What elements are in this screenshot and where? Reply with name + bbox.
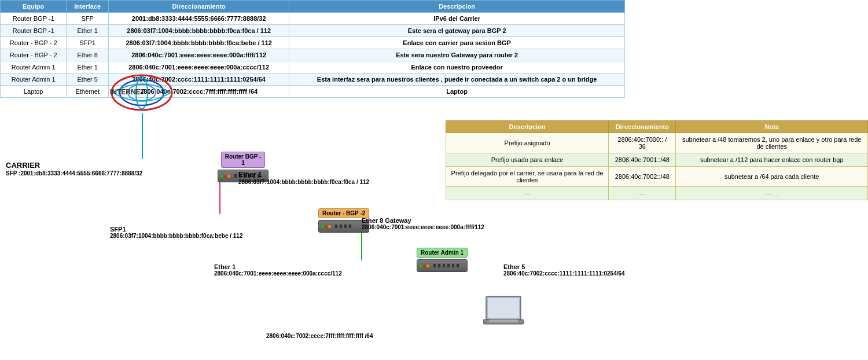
led2: [224, 175, 227, 178]
second-row-3-direccionamiento: —: [609, 187, 676, 200]
second-row-1-nota: subnetear a /112 para hacer enlace con r…: [676, 153, 868, 167]
laptop-addr-label: 2806:040c:7002:cccc:7fff:ffff:ffff:ffff …: [266, 333, 373, 339]
diagram: INTERNET CARRIER SFP :2001:db8:3333:4444…: [0, 0, 446, 360]
router-admin1-body: [417, 259, 468, 272]
second-row-2-direccionamiento: 2806:40c:7002::/48: [609, 167, 676, 187]
led3: [426, 265, 429, 267]
router-bgp2-leds: [321, 225, 331, 228]
port5: [451, 263, 455, 268]
second-table-section: Descripcion Direccionamiento Nota Prefij…: [446, 120, 868, 200]
router-admin1-label: Router Admin 1: [417, 248, 468, 258]
port3: [442, 263, 446, 268]
col2-direccionamiento: Direccionamiento: [609, 121, 676, 133]
ether1-bgp1-label: Ether 1 2806:03f7:1004:bbbb:bbbb:bbbb:f0…: [238, 171, 369, 185]
laptop-svg: [483, 295, 529, 330]
port2: [339, 224, 343, 229]
router-bgp2-ports: [334, 224, 352, 229]
second-row-3-nota: — . .: [676, 187, 868, 200]
laptop-icon: [483, 295, 529, 331]
router-bgp1-label: Router BGP -1: [221, 152, 266, 168]
second-row-0-nota: subnetear a /48 tomaremos 2, uno para en…: [676, 133, 868, 153]
port2: [437, 263, 441, 268]
port1: [433, 263, 436, 268]
led3: [328, 225, 331, 228]
sfp1-bgp2-label: SFP1 2806:03f7:1004:bbbb:bbbb:bbbb:f0ca:…: [110, 226, 243, 239]
svg-rect-13: [488, 298, 519, 318]
ether1-admin-label: Ether 1 2806:040c:7001:eeee:eeee:eeee:00…: [214, 263, 342, 277]
port6: [456, 263, 459, 268]
internet-label: INTERNET: [110, 88, 145, 96]
port1: [234, 174, 237, 178]
port4: [348, 224, 352, 229]
carrier-sfp: SFP :2001:db8:3333:4444:5555:6666:7777:8…: [6, 170, 142, 177]
col2-descripcion: Descripcion: [446, 121, 609, 133]
router-admin1: Router Admin 1: [417, 248, 468, 272]
led2: [423, 265, 426, 267]
second-table: Descripcion Direccionamiento Nota Prefij…: [446, 120, 868, 200]
svg-rect-15: [489, 319, 518, 322]
carrier-label: CARRIER: [6, 161, 40, 170]
ether8-label: Ether 8 Gateway 2806:040c:7001:eeee:eeee…: [362, 217, 484, 230]
col2-nota: Nota: [676, 121, 868, 133]
led2: [325, 225, 328, 228]
second-row-1-descripcion: Prefijo usado para enlace: [446, 153, 609, 167]
led3: [227, 175, 230, 178]
second-row-3-descripcion: —: [446, 187, 609, 200]
second-row-0-descripcion: Prefijo asignado: [446, 133, 609, 153]
router-admin1-ports: [433, 263, 459, 268]
router-bgp1-leds: [220, 175, 230, 178]
port4: [447, 263, 450, 268]
port3: [344, 224, 347, 229]
router-admin1-leds: [420, 265, 429, 267]
led1: [420, 265, 422, 267]
second-row-2-nota: subnetear a /64 para cada cliente: [676, 167, 868, 187]
ether5-admin-label: Ether 5 2806:40c:7002:cccc:1111:1111:111…: [503, 263, 625, 277]
second-row-0-direccionamiento: 2806:40c:7000:: / 36: [609, 133, 676, 153]
second-row-2-descripcion: Prefijo delegado por el carrier, se usar…: [446, 167, 609, 187]
led1: [220, 175, 223, 178]
port1: [334, 224, 338, 229]
led1: [321, 225, 324, 228]
second-row-1-direccionamiento: 2806:40c:7001::/48: [609, 153, 676, 167]
